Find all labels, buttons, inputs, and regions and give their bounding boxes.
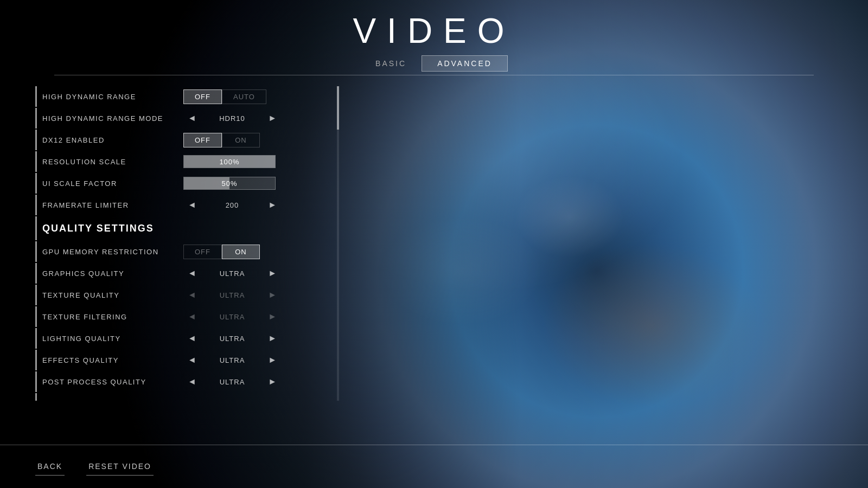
setting-label-texture-filtering: TEXTURE FILTERING [42,313,183,321]
slider-ui-scale[interactable]: 50% [183,177,276,190]
settings-panel: HIGH DYNAMIC RANGE OFF AUTO HIGH DYNAMIC… [35,86,339,401]
setting-row-gpu-memory: GPU MEMORY RESTRICTION OFF ON [35,241,339,262]
arrow-right-lighting-quality[interactable]: ► [264,331,281,345]
setting-row-ui-scale: UI SCALE FACTOR 50% [35,173,339,194]
arrow-left-framerate[interactable]: ◄ [183,198,201,212]
arrow-left-effects-quality[interactable]: ◄ [183,353,201,367]
setting-row-texture-filtering: TEXTURE FILTERING ◄ ULTRA ► [35,306,339,327]
slider-resolution-scale[interactable]: 100% [183,155,276,168]
setting-label-ui-scale: UI SCALE FACTOR [42,179,183,188]
setting-label-lighting-quality: LIGHTING QUALITY [42,335,183,343]
setting-label-texture-quality: TEXTURE QUALITY [42,291,183,299]
setting-row-post-process: POST PROCESS QUALITY ◄ ULTRA ► [35,371,339,392]
setting-label-effects-quality: EFFECTS QUALITY [42,356,183,364]
setting-row-graphics-quality: GRAPHICS QUALITY ◄ ULTRA ► [35,263,339,284]
arrow-value-effects-quality: ULTRA [210,356,254,364]
tab-basic[interactable]: BASIC [360,56,422,71]
toggle-hdr-off[interactable]: OFF [183,89,222,104]
setting-row-effects-quality: EFFECTS QUALITY ◄ ULTRA ► [35,350,339,370]
back-button[interactable]: BACK [35,458,65,476]
setting-label-gpu-memory: GPU MEMORY RESTRICTION [42,248,183,256]
arrow-left-post-process[interactable]: ◄ [183,375,201,389]
scrollbar[interactable] [337,86,339,401]
arrow-right-graphics-quality[interactable]: ► [264,266,281,280]
slider-value-resolution-scale: 100% [219,158,239,166]
bottom-bar: BACK RESET VIDEO [0,445,868,488]
tab-advanced[interactable]: ADVANCED [422,55,508,72]
arrow-left-texture-filtering[interactable]: ◄ [183,310,201,324]
arrow-right-hdr-mode[interactable]: ► [264,111,281,125]
setting-label-framerate: FRAMERATE LIMITER [42,201,183,209]
toggle-dx12: OFF ON [183,133,260,147]
setting-label-resolution-scale: RESOLUTION SCALE [42,158,183,166]
tabs-container: BASIC ADVANCED [360,55,508,72]
toggle-gpu-memory: OFF ON [183,245,260,259]
arrow-right-texture-filtering[interactable]: ► [264,310,281,324]
setting-row-resolution-scale: RESOLUTION SCALE 100% [35,151,339,172]
setting-label-graphics-quality: GRAPHICS QUALITY [42,269,183,278]
toggle-dx12-on[interactable]: ON [222,133,260,147]
arrow-selector-effects-quality: ◄ ULTRA ► [183,353,281,367]
setting-label-mesh-quality: MESH QUALITY [42,400,183,401]
arrow-left-graphics-quality[interactable]: ◄ [183,266,201,280]
arrow-left-hdr-mode[interactable]: ◄ [183,111,201,125]
arrow-value-framerate: 200 [210,201,254,209]
arrow-selector-hdr-mode: ◄ HDR10 ► [183,111,281,125]
arrow-value-hdr-mode: HDR10 [210,114,254,123]
reset-video-button[interactable]: RESET VIDEO [86,458,154,476]
arrow-value-texture-quality: ULTRA [210,291,254,299]
arrow-value-mesh-quality: ULTRA [210,400,254,401]
arrow-selector-texture-quality: ◄ ULTRA ► [183,288,281,302]
arrow-selector-framerate: ◄ 200 ► [183,198,281,212]
tab-divider [54,75,814,75]
setting-row-quality-header: QUALITY SETTINGS [35,216,339,240]
arrow-right-post-process[interactable]: ► [264,375,281,389]
arrow-value-texture-filtering: ULTRA [210,313,254,321]
setting-row-high-dynamic-range: HIGH DYNAMIC RANGE OFF AUTO [35,86,339,107]
toggle-gpu-memory-on[interactable]: ON [222,245,260,259]
scrollbar-thumb[interactable] [337,86,339,130]
setting-row-lighting-quality: LIGHTING QUALITY ◄ ULTRA ► [35,328,339,349]
toggle-gpu-memory-off[interactable]: OFF [183,245,222,259]
arrow-left-lighting-quality[interactable]: ◄ [183,331,201,345]
arrow-right-effects-quality[interactable]: ► [264,353,281,367]
arrow-selector-mesh-quality: ◄ ULTRA ► [183,396,281,401]
arrow-left-texture-quality[interactable]: ◄ [183,288,201,302]
toggle-hdr: OFF AUTO [183,89,266,104]
setting-row-hdr-mode: HIGH DYNAMIC RANGE MODE ◄ HDR10 ► [35,108,339,129]
arrow-selector-texture-filtering: ◄ ULTRA ► [183,310,281,324]
arrow-value-lighting-quality: ULTRA [210,335,254,343]
setting-label-hdr: HIGH DYNAMIC RANGE [42,93,183,101]
slider-value-ui-scale: 50% [221,179,237,188]
setting-label-post-process: POST PROCESS QUALITY [42,378,183,386]
arrow-value-graphics-quality: ULTRA [210,269,254,278]
setting-row-dx12: DX12 ENABLED OFF ON [35,130,339,150]
toggle-hdr-auto[interactable]: AUTO [222,89,266,104]
setting-row-mesh-quality: MESH QUALITY ◄ ULTRA ► [35,393,339,401]
arrow-selector-lighting-quality: ◄ ULTRA ► [183,331,281,345]
setting-row-texture-quality: TEXTURE QUALITY ◄ ULTRA ► [35,285,339,305]
arrow-selector-graphics-quality: ◄ ULTRA ► [183,266,281,280]
setting-row-framerate: FRAMERATE LIMITER ◄ 200 ► [35,195,339,215]
arrow-left-mesh-quality[interactable]: ◄ [183,396,201,401]
arrow-right-mesh-quality[interactable]: ► [264,396,281,401]
setting-label-hdr-mode: HIGH DYNAMIC RANGE MODE [42,114,183,123]
toggle-dx12-off[interactable]: OFF [183,133,222,147]
quality-settings-title: QUALITY SETTINGS [42,223,154,234]
arrow-right-texture-quality[interactable]: ► [264,288,281,302]
page-title: VIDEO [353,11,515,51]
arrow-selector-post-process: ◄ ULTRA ► [183,375,281,389]
arrow-right-framerate[interactable]: ► [264,198,281,212]
arrow-value-post-process: ULTRA [210,378,254,386]
setting-label-dx12: DX12 ENABLED [42,136,183,144]
